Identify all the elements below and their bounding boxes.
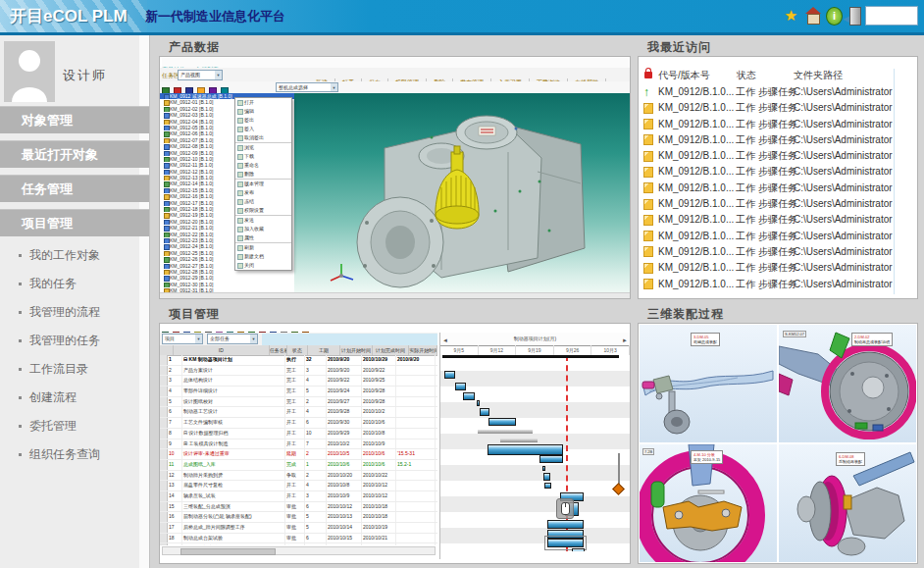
- task-column-header[interactable]: 计划开始时间: [340, 345, 373, 355]
- task-row[interactable]: 14 轴承压装_试装 开工 3 2010/10/9 2010/10/12: [160, 491, 437, 502]
- task-row[interactable]: 15 三维装配_分总成预演 审批 6 2010/10/12 2010/10/18: [160, 502, 437, 513]
- gantt-bar[interactable]: [477, 400, 480, 406]
- row-selector[interactable]: [160, 481, 168, 491]
- sidebar-submenu-item[interactable]: 组织任务查询: [0, 440, 139, 469]
- task-row[interactable]: 4 零部件详细设计 完工 5 2010/9/24 2010/9/28: [160, 387, 437, 397]
- task-row[interactable]: 12 制动蹄片采购到货 争取 2 2010/10/20 2010/10/22: [160, 471, 437, 482]
- sidebar-submenu-item[interactable]: 工作流目录: [0, 355, 139, 384]
- task-row[interactable]: 17 后桥总成_蹄片间隙调整工序 审批 5 2010/10/14 2010/10…: [160, 523, 437, 534]
- assembly-step-1[interactable]: 3-DM-05 前轴总成装配: [640, 325, 777, 442]
- gantt-bar[interactable]: [480, 408, 489, 416]
- cad-view-combo[interactable]: 产品视图: [178, 70, 223, 80]
- row-selector[interactable]: [160, 397, 168, 407]
- sidebar-submenu-item[interactable]: 创建流程: [0, 384, 139, 412]
- row-selector[interactable]: [160, 502, 168, 512]
- row-selector[interactable]: [160, 376, 168, 386]
- gantt-bar[interactable]: [543, 473, 550, 481]
- gantt-vslider-diamond[interactable]: [612, 483, 625, 495]
- context-menu-item[interactable]: 关闭: [235, 261, 291, 270]
- gantt-bar[interactable]: [572, 548, 585, 551]
- sidebar-menu-item[interactable]: 最近打开对象: [0, 140, 149, 168]
- row-selector[interactable]: [160, 449, 168, 459]
- gantt-bar[interactable]: [542, 466, 545, 471]
- task-row[interactable]: 8 ⊟ 设计数据整理归档 开工 10 2010/9/29 2010/10/8: [160, 429, 437, 439]
- row-selector[interactable]: [160, 543, 168, 545]
- task-row[interactable]: 5 设计图纸校对 完工 2 2010/9/27 2010/9/28: [160, 397, 437, 408]
- gantt-bar[interactable]: [500, 439, 538, 442]
- task-row[interactable]: 3 总体结构设计 完工 4 2010/9/22 2010/9/25: [160, 376, 437, 387]
- sidebar-submenu-item[interactable]: 我管理的任务: [0, 327, 139, 355]
- context-menu-item[interactable]: 删除: [235, 170, 291, 179]
- context-menu-item[interactable]: 取消签出: [235, 133, 291, 142]
- row-selector[interactable]: [160, 523, 168, 533]
- logout-door-icon[interactable]: ◄: [844, 7, 860, 24]
- gantt-bar[interactable]: [444, 371, 455, 379]
- row-selector[interactable]: [160, 387, 168, 396]
- sidebar-submenu-item[interactable]: 委托管理: [0, 412, 139, 440]
- task-column-header[interactable]: 任务名称: [270, 345, 288, 355]
- row-selector[interactable]: [160, 355, 168, 365]
- task-column-header[interactable]: ID: [174, 345, 270, 355]
- recent-row[interactable]: KM_0912/B.1.0... 工作 步骤任务 C:\Users\Admini…: [639, 100, 917, 116]
- context-menu-item[interactable]: 重命名: [235, 161, 291, 170]
- task-column-header[interactable]: 状态: [287, 345, 308, 355]
- task-row[interactable]: 16 前制动器分装(凸轮 轴承座装配) 审批 5 2010/10/13 2010…: [160, 512, 437, 523]
- sidebar-submenu-item[interactable]: 我管理的流程: [0, 298, 139, 327]
- row-selector[interactable]: [160, 418, 168, 428]
- cad-config-combo[interactable]: 整机总成选择: [276, 82, 338, 92]
- task-row[interactable]: 9 ⊞ 工装模具设计制造 开工 7 2010/10/2 2010/10/9: [160, 439, 437, 450]
- task-column-header[interactable]: 计划完成时间: [373, 345, 409, 355]
- row-selector[interactable]: [160, 534, 168, 543]
- row-selector[interactable]: [160, 407, 168, 417]
- gantt-bar[interactable]: [539, 455, 563, 463]
- context-menu-item[interactable]: 属性: [235, 233, 291, 242]
- context-menu-item[interactable]: 加入收藏: [235, 225, 291, 233]
- row-selector[interactable]: [160, 429, 168, 439]
- gantt-bar[interactable]: [547, 530, 584, 539]
- cad-3d-viewport[interactable]: [294, 93, 630, 292]
- sidebar-submenu-item[interactable]: 我的工作对象: [0, 241, 139, 270]
- gantt-bar[interactable]: [488, 418, 516, 426]
- task-row[interactable]: 11 总成图纸_入库 完成 1 2010/10/6 2010/10/6 15.2…: [160, 460, 437, 471]
- assembly-step-2[interactable]: S-KM12.07 2-DM-02 制动器总成装配说明: [779, 325, 916, 442]
- recent-row[interactable]: KM_0912/B.1.0... 工作 步骤任务 C:\Users\Admini…: [639, 212, 917, 228]
- task-column-header[interactable]: 工期: [308, 345, 341, 355]
- recent-row[interactable]: KM_0912/B.1.0... 工作 步骤任务 C:\Users\Admini…: [639, 277, 917, 292]
- context-menu-item[interactable]: 签入: [235, 125, 291, 133]
- sidebar-menu-item[interactable]: 对象管理: [0, 106, 149, 133]
- gantt-bar[interactable]: [478, 430, 533, 434]
- quick-search-input[interactable]: [865, 6, 918, 26]
- recent-row[interactable]: KM_0912/B.1.0... 工作 步骤任务 C:\Users\Admini…: [639, 196, 917, 212]
- recent-row[interactable]: KM_0912/B.1.0... 工作 步骤任务 C:\Users\Admini…: [639, 117, 917, 132]
- assembly-step-3[interactable]: 7.2B 4-M-10 分装 支架 2010-9-15: [640, 444, 777, 562]
- recent-row[interactable]: KM_0912/B.1.0... 工作 步骤任务 C:\Users\Admini…: [639, 164, 917, 180]
- context-menu-item[interactable]: 冻结: [235, 197, 291, 206]
- task-column-header[interactable]: 实际开始时间: [409, 345, 437, 355]
- context-menu-item[interactable]: 发送: [235, 215, 291, 225]
- gantt-bar[interactable]: [488, 444, 563, 455]
- context-menu-item[interactable]: 浏览: [235, 142, 291, 152]
- recent-row[interactable]: KM_0912/B.1.0... 工作 步骤任务 C:\Users\Admini…: [639, 148, 917, 164]
- gantt-body[interactable]: [440, 355, 630, 551]
- hscrollbar-thumb[interactable]: [180, 548, 276, 555]
- row-selector[interactable]: [160, 471, 168, 481]
- row-selector[interactable]: [160, 512, 168, 522]
- recent-row[interactable]: KM_0912/B.1.0... 工作 步骤任务 C:\Users\Admini…: [639, 132, 917, 148]
- recent-row[interactable]: KM_0912/B.1.0... 工作 步骤任务 C:\Users\Admini…: [639, 244, 917, 260]
- sidebar-menu-item[interactable]: 任务管理: [0, 175, 149, 202]
- project-filter-combo[interactable]: 项目: [162, 334, 203, 344]
- favorite-star-icon[interactable]: ★: [783, 7, 799, 24]
- task-filter-combo[interactable]: 全部任务: [207, 334, 258, 344]
- context-menu-item[interactable]: 编辑: [235, 107, 291, 116]
- row-selector[interactable]: [160, 366, 168, 376]
- gantt-bar[interactable]: [442, 355, 619, 358]
- task-row[interactable]: 18 制动总成台架试验 审批 6 2010/10/15 2010/10/21: [160, 534, 437, 544]
- task-row[interactable]: 10 设计评审-未通过重审 延期 2 2010/10/5 2010/10/6 '…: [160, 449, 437, 460]
- gantt-bar[interactable]: [463, 392, 475, 400]
- row-selector[interactable]: [160, 439, 168, 449]
- task-column-header[interactable]: [160, 345, 174, 355]
- task-table-hscrollbar[interactable]: [162, 546, 436, 555]
- context-menu-item[interactable]: 权限设置: [235, 206, 291, 215]
- task-row[interactable]: 7 工艺文件编制审核 开工 6 2010/9/30 2010/10/6: [160, 418, 437, 429]
- gantt-bar[interactable]: [547, 539, 584, 547]
